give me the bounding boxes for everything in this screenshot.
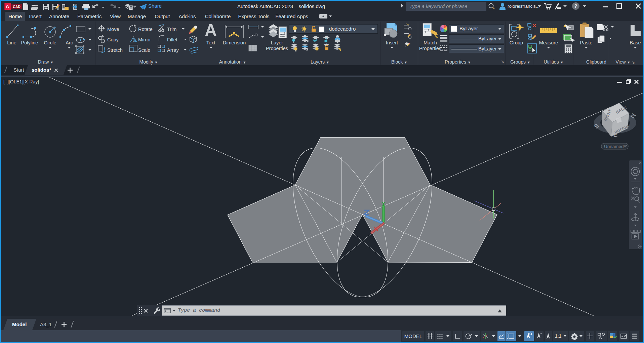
svg-text:Unnamed: Unnamed bbox=[604, 144, 624, 149]
svg-text:[−][OLE1][X-Ray]: [−][OLE1][X-Ray] bbox=[3, 79, 39, 84]
svg-text:CAD: CAD bbox=[13, 5, 21, 9]
svg-text:A: A bbox=[6, 4, 9, 9]
